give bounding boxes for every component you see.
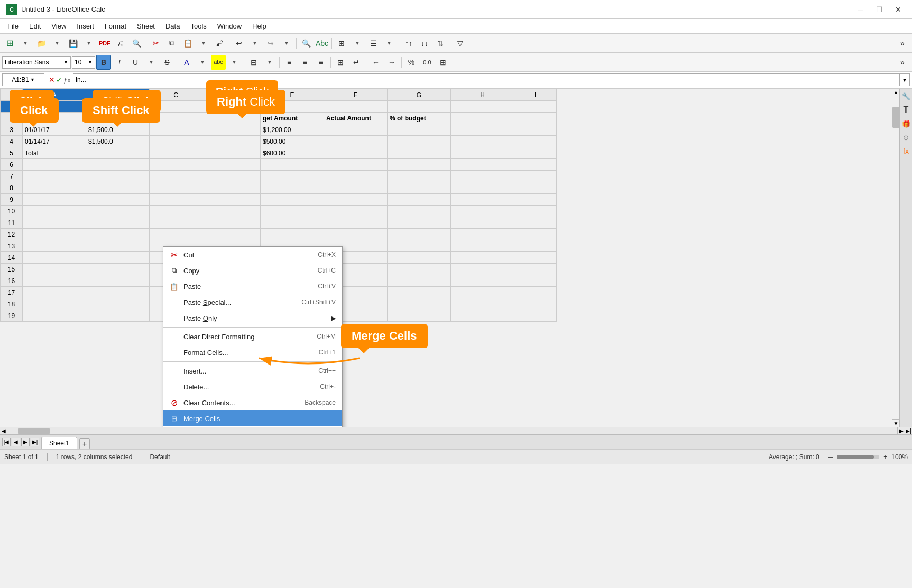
open-button[interactable]: 📁	[34, 36, 49, 51]
fmt-toolbar-extend[interactable]: »	[895, 55, 910, 70]
cell-b2[interactable]: Amount	[86, 113, 150, 124]
cell-e2[interactable]: get Amount	[261, 113, 324, 124]
align-left-button[interactable]: ≡	[282, 55, 297, 70]
wrap-button[interactable]: ↵	[349, 55, 364, 70]
redo-dropdown[interactable]: ▼	[279, 36, 294, 51]
font-size-box[interactable]: 10 ▼	[72, 56, 95, 69]
cell-g3[interactable]	[388, 124, 451, 136]
formula-expand-button[interactable]: ▼	[899, 73, 910, 86]
menu-help[interactable]: Help	[247, 20, 272, 32]
font-color-button[interactable]: A	[179, 55, 194, 70]
toolbar-extend[interactable]: »	[895, 36, 910, 51]
copy-button[interactable]: ⧉	[164, 36, 179, 51]
col-header-a[interactable]: A	[23, 89, 86, 101]
col-header-i[interactable]: I	[514, 89, 557, 101]
scroll-left-button[interactable]: ◀	[0, 427, 7, 435]
ctx-clear-contents[interactable]: ⊘ Clear Contents... Backspace	[163, 395, 342, 410]
cell-e3[interactable]: $1,200.00	[261, 124, 324, 136]
cell-e1[interactable]	[261, 101, 324, 113]
underline-dropdown[interactable]: ▼	[144, 55, 159, 70]
cell-h3[interactable]	[451, 124, 514, 136]
highlight-button[interactable]: abc	[211, 55, 226, 70]
cell-c1[interactable]	[150, 101, 202, 113]
italic-button[interactable]: I	[112, 55, 127, 70]
sidebar-gallery-icon[interactable]: 🎁	[901, 118, 911, 129]
save-dropdown[interactable]: ▼	[81, 36, 96, 51]
cell-a3[interactable]: 01/01/17	[23, 124, 86, 136]
cell-d3[interactable]	[202, 124, 261, 136]
sheet-nav-prev[interactable]: ◀	[12, 438, 20, 446]
col-header-d[interactable]: D	[202, 89, 261, 101]
sheet-tab-1[interactable]: Sheet1	[41, 437, 77, 449]
cell-h2[interactable]	[451, 113, 514, 124]
cell-g1[interactable]	[388, 101, 451, 113]
scroll-right-button[interactable]: ▶	[897, 427, 905, 435]
menu-file[interactable]: File	[2, 20, 24, 32]
font-color-dropdown[interactable]: ▼	[195, 55, 210, 70]
sidebar-fx-icon[interactable]: fx	[901, 146, 911, 156]
spellcheck-button[interactable]: Abc	[315, 36, 329, 51]
cell-c5[interactable]	[150, 147, 202, 159]
find-button[interactable]: 🔍	[299, 36, 314, 51]
cut-button[interactable]: ✂	[149, 36, 163, 51]
table-view-dropdown[interactable]: ▼	[350, 36, 365, 51]
cell-i1[interactable]	[514, 101, 557, 113]
undo-dropdown[interactable]: ▼	[247, 36, 262, 51]
sort-desc-button[interactable]: ↓↓	[417, 36, 432, 51]
cell-a5[interactable]: Total	[23, 147, 86, 159]
cell-i2[interactable]	[514, 113, 557, 124]
scroll-down-button[interactable]: ▼	[892, 419, 899, 427]
cell-b5[interactable]	[86, 147, 150, 159]
cell-c2[interactable]	[150, 113, 202, 124]
cell-f3[interactable]	[324, 124, 388, 136]
highlight-dropdown[interactable]: ▼	[227, 55, 242, 70]
zoom-in-button[interactable]: +	[883, 453, 887, 461]
filter-button[interactable]: ▽	[453, 36, 467, 51]
cell-g4[interactable]	[388, 136, 451, 147]
sort-button[interactable]: ⇅	[433, 36, 448, 51]
menu-format[interactable]: Format	[99, 20, 132, 32]
paste-dropdown[interactable]: ▼	[196, 36, 211, 51]
cell-i3[interactable]	[514, 124, 557, 136]
cell-f2[interactable]: Actual Amount	[324, 113, 388, 124]
col-header-e[interactable]: E	[261, 89, 324, 101]
cell-d4[interactable]	[202, 136, 261, 147]
row-col-button[interactable]: ☰	[366, 36, 381, 51]
formula-icon-fx[interactable]: ƒx	[63, 76, 71, 84]
formula-icon-x[interactable]: ✕	[49, 76, 55, 84]
save-button[interactable]: 💾	[66, 36, 80, 51]
strikethrough-button[interactable]: S	[160, 55, 174, 70]
maximize-button[interactable]: ☐	[872, 4, 887, 15]
ctx-paste[interactable]: 📋 Paste Ctrl+V	[163, 278, 342, 294]
cell-a4[interactable]: 01/14/17	[23, 136, 86, 147]
sidebar-text-icon[interactable]: T	[901, 105, 911, 115]
scroll-end-button[interactable]: ▶|	[905, 427, 912, 435]
new-button[interactable]: ⊞	[2, 36, 17, 51]
sheet-nav-next[interactable]: ▶	[21, 438, 30, 446]
redo-button[interactable]: ↪	[263, 36, 278, 51]
sidebar-navigator-icon[interactable]: ⊙	[901, 132, 911, 143]
close-button[interactable]: ✕	[891, 4, 906, 15]
menu-sheet[interactable]: Sheet	[132, 20, 160, 32]
menu-data[interactable]: Data	[160, 20, 185, 32]
col-header-b[interactable]: B	[86, 89, 150, 101]
zoom-slider[interactable]	[837, 455, 879, 459]
percent-button[interactable]: %	[404, 55, 419, 70]
ctx-insert[interactable]: Insert... Ctrl++	[163, 363, 342, 379]
cell-h1[interactable]	[451, 101, 514, 113]
cell-d5[interactable]	[202, 147, 261, 159]
cell-e5[interactable]: $600.00	[261, 147, 324, 159]
indent-more-button[interactable]: →	[384, 55, 399, 70]
sheet-nav-last[interactable]: ▶|	[31, 438, 39, 446]
vertical-scrollbar[interactable]: ▲ ▼	[892, 89, 899, 427]
cell-c4[interactable]	[150, 136, 202, 147]
cell-i4[interactable]	[514, 136, 557, 147]
ctx-merge-cells[interactable]: ⊞ Merge Cells	[163, 410, 342, 426]
merge-button[interactable]: ⊞	[333, 55, 348, 70]
cell-f1[interactable]	[324, 101, 388, 113]
grid-area[interactable]: A B C D E F G H I 1 Income	[0, 89, 892, 427]
col-header-g[interactable]: G	[388, 89, 451, 101]
cell-g2[interactable]: % of budget	[388, 113, 451, 124]
cell-b4[interactable]: $1,500.0	[86, 136, 150, 147]
cell-i5[interactable]	[514, 147, 557, 159]
